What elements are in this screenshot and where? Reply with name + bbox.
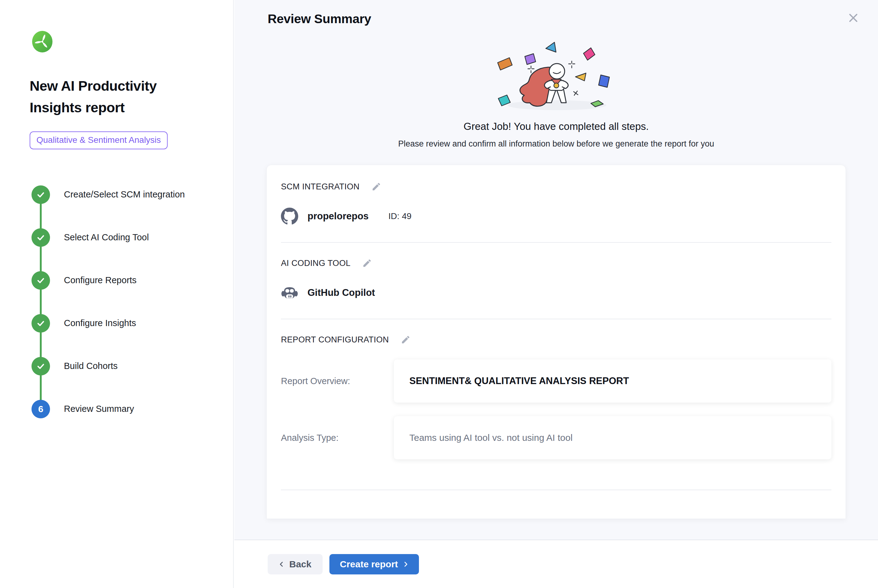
report-overview-label: Report Overview: [281,376,394,386]
scm-integration-id: ID: 49 [388,212,412,221]
copilot-icon [281,284,298,302]
edit-ai-tool-icon[interactable] [361,257,373,269]
step-check-icon [32,228,50,247]
step-label: Create/Select SCM integration [64,189,185,200]
analysis-type-row: Analysis Type: Teams using AI tool vs. n… [281,416,831,459]
create-report-button-label: Create report [340,559,398,570]
wizard-footer: Back Create report [234,540,878,588]
ai-tool-section-title: AI CODING TOOL [281,258,350,268]
scm-section-title: SCM INTEGRATION [281,182,360,192]
report-overview-row: Report Overview: SENTIMENT& QUALITATIVE … [281,359,831,403]
create-report-button[interactable]: Create report [329,554,419,574]
summary-card: SCM INTEGRATION propelorepos ID: 49 AI C… [266,165,846,519]
analysis-type-badge: Qualitative & Sentiment Analysis [30,131,168,149]
step-check-icon [32,314,50,333]
propeller-logo-icon [32,31,53,52]
analysis-type-value-box: Teams using AI tool vs. not using AI too… [394,416,831,459]
step-configure-reports[interactable]: Configure Reports [32,272,215,290]
divider [281,490,831,490]
report-config-section-title: REPORT CONFIGURATION [281,335,389,345]
step-number-circle: 6 [32,400,50,418]
step-label: Review Summary [64,404,134,414]
app-logo [32,31,215,52]
edit-report-config-icon[interactable] [400,333,412,346]
wizard-steps: Create/Select SCM integration Select AI … [32,186,215,418]
step-label: Select AI Coding Tool [64,232,149,243]
back-button-label: Back [289,559,311,570]
scm-integration-name: propelorepos [307,211,368,222]
step-select-ai-tool[interactable]: Select AI Coding Tool [32,229,215,246]
scm-integration-section: SCM INTEGRATION propelorepos ID: 49 [281,180,831,243]
review-summary-panel: Review Summary [234,0,878,588]
celebration-illustration [234,34,878,118]
congrats-subtitle: Please review and confirm all informatio… [234,139,878,149]
report-configuration-section: REPORT CONFIGURATION Report Overview: SE… [281,319,831,490]
wizard-sidebar: New AI Productivity Insights report Qual… [0,0,234,588]
github-icon [281,208,298,225]
report-overview-value: SENTIMENT& QUALITATIVE ANALYSIS REPORT [409,375,629,387]
ai-coding-tool-section: AI CODING TOOL [281,243,831,319]
step-label: Configure Insights [64,318,136,328]
report-overview-value-box: SENTIMENT& QUALITATIVE ANALYSIS REPORT [394,359,831,403]
back-button[interactable]: Back [268,554,323,574]
step-create-select-scm[interactable]: Create/Select SCM integration [32,186,215,204]
step-check-icon [32,271,50,290]
step-check-icon [32,185,50,204]
step-configure-insights[interactable]: Configure Insights [32,314,215,332]
congrats-title: Great Job! You have completed all steps. [234,121,878,132]
ai-tool-name: GitHub Copilot [307,287,375,298]
step-number: 6 [38,404,44,414]
close-icon[interactable] [845,9,862,27]
analysis-type-value: Teams using AI tool vs. not using AI too… [409,432,573,443]
edit-scm-icon[interactable] [370,180,382,193]
report-wizard-title: New AI Productivity Insights report [30,75,193,118]
step-build-cohorts[interactable]: Build Cohorts [32,357,215,375]
step-label: Configure Reports [64,275,137,285]
step-label: Build Cohorts [64,361,117,371]
step-check-icon [32,357,50,375]
page-title: Review Summary [268,12,878,26]
analysis-type-label: Analysis Type: [281,433,394,443]
step-review-summary[interactable]: 6 Review Summary [32,400,215,418]
